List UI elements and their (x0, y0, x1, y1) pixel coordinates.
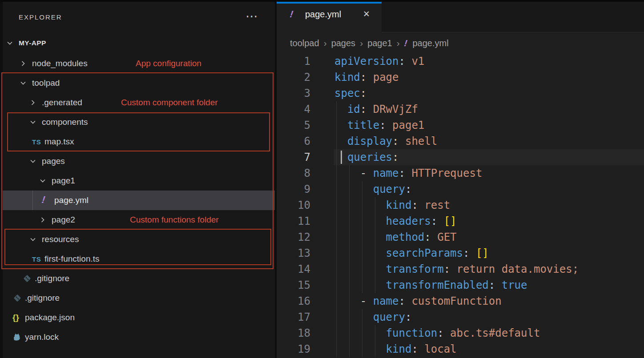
line-number[interactable]: 10 (277, 197, 310, 213)
chevron-down-icon[interactable] (38, 176, 47, 185)
window-top-edge (0, 0, 644, 2)
code-line-3[interactable]: 3spec: (277, 85, 644, 101)
tree-folder-pages[interactable]: pages (0, 151, 275, 171)
line-number[interactable]: 1 (277, 53, 310, 69)
code-text: apiVersion: v1 (334, 53, 424, 69)
code-text: kind: local (334, 341, 457, 357)
tree-file-yarn-lock[interactable]: yarn.lock (0, 327, 275, 347)
line-number[interactable]: 17 (277, 309, 310, 325)
line-number[interactable]: 13 (277, 245, 310, 261)
code-line-6[interactable]: 6 display: shell (277, 133, 644, 149)
tree-file-gitignore[interactable]: .gitignore (0, 288, 275, 308)
tree-file-map-tsx[interactable]: TSmap.tsx (0, 132, 275, 151)
tree-folder-components[interactable]: components (0, 112, 275, 132)
code-line-13[interactable]: 13 searchParams: [] (277, 245, 644, 261)
ts-icon: TS (32, 249, 44, 269)
code-line-8[interactable]: 8 - name: HTTPrequest (277, 165, 644, 181)
warning-icon: ! (403, 38, 408, 48)
chevron-down-icon[interactable] (28, 157, 37, 166)
code-line-2[interactable]: 2kind: page (277, 69, 644, 85)
code-line-18[interactable]: 18 function: abc.ts#default (277, 325, 644, 341)
code-line-9[interactable]: 9 query: (277, 181, 644, 197)
tree-item-label: components (42, 112, 88, 132)
tab-page-yml[interactable]: ! page.yml ✕ (277, 2, 382, 32)
tree-file-gitignore[interactable]: .gitignore (0, 269, 275, 288)
chevron-right-icon: › (397, 38, 400, 48)
code-text: id: DRwVjZf (334, 101, 418, 117)
breadcrumb: toolpad › pages › page1 › ! page.yml (277, 33, 644, 53)
tree-file-first-function-ts[interactable]: TSfirst-function.ts (0, 249, 275, 269)
line-number[interactable]: 4 (277, 101, 310, 117)
chevron-right-icon: › (360, 38, 363, 48)
code-line-12[interactable]: 12 method: GET (277, 229, 644, 245)
tree-item-label: pages (42, 151, 65, 171)
explorer-header: EXPLORER ⋯ (0, 10, 275, 28)
line-number[interactable]: 15 (277, 277, 310, 293)
tree-folder-generated[interactable]: .generatedCustom component folder (0, 93, 275, 112)
tree-folder-resources[interactable]: resources (0, 230, 275, 249)
tree-folder-page2[interactable]: page2Custom functions folder (0, 210, 275, 230)
chevron-right-icon: › (324, 38, 327, 48)
warning-icon: ! (42, 191, 53, 210)
window-left-edge (0, 0, 3, 358)
tree-file-package-json[interactable]: {}package.json (0, 308, 275, 327)
line-number[interactable]: 12 (277, 229, 310, 245)
line-number[interactable]: 11 (277, 213, 310, 229)
line-number[interactable]: 19 (277, 341, 310, 357)
code-line-15[interactable]: 15 transformEnabled: true (277, 277, 644, 293)
code-line-1[interactable]: 1apiVersion: v1 (277, 53, 644, 69)
tree-item-label: page1 (52, 171, 75, 191)
annotation-text-custom-functions-folder: Custom functions folder (130, 210, 219, 230)
line-number[interactable]: 2 (277, 69, 310, 85)
editor-group: 1apiVersion: v12kind: page3spec:4 id: DR… (277, 0, 644, 358)
code-text: query: (334, 181, 411, 197)
tab-title: page.yml (305, 9, 341, 20)
ellipsis-icon[interactable]: ⋯ (246, 9, 258, 24)
line-number[interactable]: 9 (277, 181, 310, 197)
code-line-14[interactable]: 14 transform: return data.movies; (277, 261, 644, 277)
breadcrumb-pages[interactable]: pages (331, 38, 356, 48)
line-number[interactable]: 18 (277, 325, 310, 341)
breadcrumb-toolpad[interactable]: toolpad (290, 38, 319, 48)
tree-item-label: map.tsx (44, 132, 74, 151)
code-text: - name: HTTPrequest (334, 165, 482, 181)
breadcrumb-page-yml[interactable]: page.yml (412, 38, 448, 48)
chevron-right-icon[interactable] (38, 215, 47, 224)
code-line-5[interactable]: 5 title: page1 (277, 117, 644, 133)
chevron-down-icon[interactable] (28, 118, 37, 127)
tree-folder-page1[interactable]: page1 (0, 171, 275, 191)
code-text: queries: (334, 149, 399, 165)
line-number[interactable]: 16 (277, 293, 310, 309)
tree-folder-toolpad[interactable]: toolpad (0, 73, 275, 93)
line-number[interactable]: 8 (277, 165, 310, 181)
chevron-down-icon[interactable] (5, 39, 14, 48)
code-text: method: GET (334, 229, 457, 245)
line-number[interactable]: 14 (277, 261, 310, 277)
line-number[interactable]: 5 (277, 117, 310, 133)
line-number[interactable]: 7 (277, 149, 310, 165)
tree-file-page-yml[interactable]: !page.yml (0, 191, 275, 210)
chevron-right-icon[interactable] (28, 98, 37, 107)
line-number[interactable]: 6 (277, 133, 310, 149)
close-icon[interactable]: ✕ (363, 9, 370, 19)
code-line-4[interactable]: 4 id: DRwVjZf (277, 101, 644, 117)
tree-item-label: toolpad (32, 73, 60, 93)
code-area[interactable]: 1apiVersion: v12kind: page3spec:4 id: DR… (277, 0, 644, 358)
chevron-right-icon[interactable] (19, 59, 28, 68)
chevron-down-icon[interactable] (28, 235, 37, 244)
breadcrumb-page1[interactable]: page1 (367, 38, 392, 48)
code-text: searchParams: [] (334, 245, 489, 261)
root-folder-label: MY-APP (19, 33, 46, 53)
chevron-down-icon[interactable] (19, 79, 28, 88)
code-line-11[interactable]: 11 headers: [] (277, 213, 644, 229)
tree-folder-node-modules[interactable]: node_modulesApp configuration (0, 54, 275, 73)
code-line-17[interactable]: 17 query: (277, 309, 644, 325)
code-line-16[interactable]: 16 - name: customFunction (277, 293, 644, 309)
line-number[interactable]: 3 (277, 85, 310, 101)
code-line-19[interactable]: 19 kind: local (277, 341, 644, 357)
code-line-10[interactable]: 10 kind: rest (277, 197, 644, 213)
code-line-7[interactable]: 7 queries: (277, 149, 644, 165)
tree-item-label: page.yml (54, 191, 89, 210)
editor-tab-bar: ! page.yml ✕ (277, 0, 644, 32)
tree-root-my-app[interactable]: MY-APP (0, 33, 275, 53)
